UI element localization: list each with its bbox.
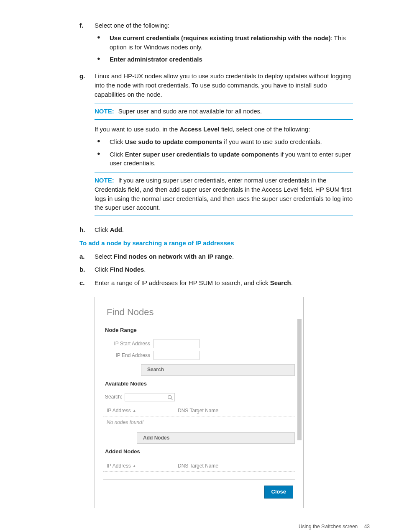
step-g-marker: g.: [79, 72, 95, 221]
step-g-bullet-2: ● Click Enter super user credentials to …: [95, 150, 353, 168]
step-c-bold: Search: [270, 279, 291, 286]
step-a-marker: a.: [79, 252, 95, 261]
added-nodes-title: Added Nodes: [105, 448, 295, 456]
step-f-bullet-2: ● Enter administrator credentials: [95, 55, 353, 64]
col-dns-name[interactable]: DNS Target Name: [178, 407, 295, 414]
available-table-header: IP Address ▲ DNS Target Name: [103, 406, 295, 416]
col-ip-address[interactable]: IP Address: [107, 407, 131, 414]
step-g-access-pre: If you want to use sudo, in the: [95, 126, 179, 133]
col-dns-name-2[interactable]: DNS Target Name: [178, 463, 295, 470]
note-1: NOTE:Super user and sudo are not availab…: [95, 103, 353, 120]
no-nodes-message: No nodes found!: [103, 416, 295, 428]
svg-point-0: [168, 395, 171, 398]
page-footer: Using the Switches screen 43: [25, 523, 370, 530]
step-h: h. Click Add.: [79, 225, 353, 234]
col-ip-address-2[interactable]: IP Address: [107, 463, 131, 470]
scrollbar[interactable]: [297, 319, 302, 440]
step-a-pre: Select: [95, 253, 114, 260]
search-icon: [167, 395, 173, 400]
step-g-access-post: field, select one of the following:: [220, 126, 310, 133]
subheading-add-node-range: To add a node by searching a range of IP…: [79, 239, 353, 248]
step-f-marker: f.: [79, 21, 95, 67]
step-c: c. Enter a range of IP addresses for HP …: [79, 278, 353, 288]
step-a-post: .: [232, 253, 234, 260]
search-label: Search:: [105, 393, 122, 401]
ip-end-input[interactable]: [153, 351, 200, 360]
step-b: b. Click Find Nodes.: [79, 265, 353, 274]
find-nodes-dialog: Find Nodes Node Range IP Start Address I…: [95, 297, 304, 508]
search-input[interactable]: [125, 393, 175, 401]
ip-end-label: IP End Address: [103, 352, 153, 359]
added-table-header: IP Address ▲ DNS Target Name: [103, 461, 295, 472]
step-f-bullet-1: ● Use current credentials (requires exis…: [95, 33, 353, 52]
bullet-icon: ●: [95, 137, 110, 146]
step-g-bullet-2-bold: Enter super user credentials to update c…: [125, 151, 279, 158]
step-g-access-bold: Access Level: [179, 126, 219, 133]
step-a-bold: Find nodes on network with an IP range: [114, 253, 232, 260]
step-b-pre: Click: [95, 266, 110, 273]
step-f: f. Select one of the following: ● Use cu…: [79, 21, 353, 67]
step-g-bullet-1-post: if you want to use sudo credentials.: [222, 138, 322, 145]
sort-asc-icon: ▲: [133, 463, 136, 469]
note-2: NOTE:If you are using super user credent…: [95, 172, 353, 216]
footer-text: Using the Switches screen: [299, 524, 358, 529]
ip-start-input[interactable]: [153, 339, 200, 348]
step-h-post: .: [122, 226, 124, 233]
ip-end-row: IP End Address: [103, 351, 295, 360]
step-c-pre: Enter a range of IP addresses for HP SUM…: [95, 279, 270, 286]
ip-start-row: IP Start Address: [103, 339, 295, 348]
step-c-marker: c.: [79, 278, 95, 288]
step-h-bold: Add: [110, 226, 122, 233]
note-1-text: Super user and sudo are not available fo…: [118, 108, 262, 115]
step-h-pre: Click: [95, 226, 110, 233]
step-g-bullet-2-pre: Click: [110, 151, 125, 158]
step-g-text: Linux and HP-UX nodes allow you to use s…: [95, 72, 353, 99]
step-f-bullet-2-bold: Enter administrator credentials: [110, 56, 202, 63]
step-g-bullet-1-pre: Click: [110, 138, 125, 145]
step-c-post: .: [291, 279, 293, 286]
dialog-title: Find Nodes: [107, 306, 295, 319]
ip-start-label: IP Start Address: [103, 340, 153, 347]
note-2-text: If you are using super user credentials,…: [95, 177, 353, 211]
add-nodes-button[interactable]: Add Nodes: [137, 432, 295, 444]
close-button[interactable]: Close: [264, 486, 293, 499]
step-f-text: Select one of the following:: [95, 21, 353, 30]
available-nodes-title: Available Nodes: [105, 380, 295, 388]
note-label: NOTE:: [95, 177, 114, 184]
step-b-marker: b.: [79, 265, 95, 274]
step-b-post: .: [144, 266, 146, 273]
step-g-bullet-1-bold: Use sudo to update components: [125, 138, 223, 145]
step-g: g. Linux and HP-UX nodes allow you to us…: [79, 72, 353, 221]
step-a: a. Select Find nodes on network with an …: [79, 252, 353, 261]
step-g-bullet-1: ● Click Use sudo to update components if…: [95, 137, 353, 146]
step-g-access-line: If you want to use sudo, in the Access L…: [95, 125, 353, 134]
search-button[interactable]: Search: [141, 364, 295, 375]
node-range-title: Node Range: [105, 326, 295, 334]
bullet-icon: ●: [95, 55, 110, 64]
svg-line-1: [171, 398, 172, 400]
sort-asc-icon: ▲: [133, 408, 136, 414]
note-label: NOTE:: [95, 108, 114, 115]
footer-page-number: 43: [364, 524, 370, 529]
step-f-bullet-1-bold: Use current credentials (requires existi…: [110, 34, 330, 41]
bullet-icon: ●: [95, 150, 110, 168]
step-b-bold: Find Nodes: [110, 266, 144, 273]
step-h-marker: h.: [79, 225, 95, 234]
bullet-icon: ●: [95, 33, 110, 52]
